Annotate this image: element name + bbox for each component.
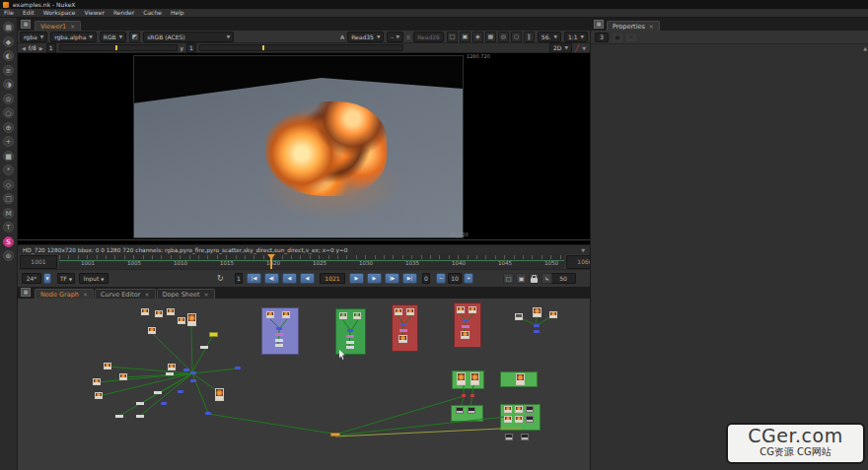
layer-dropdown[interactable]: rgba▼ xyxy=(20,32,47,42)
graph-node-readf[interactable] xyxy=(168,364,176,370)
graph-node-white[interactable] xyxy=(275,344,283,347)
channel-icon[interactable]: ≡ xyxy=(3,65,14,76)
graph-node-dark[interactable] xyxy=(526,406,534,413)
decrement-button[interactable]: − xyxy=(436,273,446,284)
tab-dope-sheet[interactable]: Dope Sheet× xyxy=(157,289,215,299)
graph-node-readf[interactable] xyxy=(215,388,224,401)
graph-node-readf[interactable] xyxy=(533,307,542,317)
lock-icon[interactable] xyxy=(529,273,540,284)
menu-workspace[interactable]: Workspace xyxy=(43,9,76,17)
panel-count-field[interactable]: 3 xyxy=(595,33,609,42)
tab-viewer1[interactable]: Viewer1 × xyxy=(35,21,81,31)
graph-node-dot[interactable] xyxy=(276,327,282,330)
graph-node-readf[interactable] xyxy=(266,311,274,318)
close-icon[interactable]: × xyxy=(649,23,654,30)
graph-node-readf[interactable] xyxy=(461,331,470,339)
graph-node-dot[interactable] xyxy=(183,369,189,371)
pane-layout-icon[interactable]: ▦ xyxy=(21,20,31,29)
tab-node-graph[interactable]: Node Graph× xyxy=(35,289,94,299)
graph-node-readg[interactable] xyxy=(339,312,347,319)
alpha-dropdown[interactable]: rgba.alpha▼ xyxy=(50,32,97,42)
post-field[interactable]: 0 xyxy=(422,273,430,284)
graph-node-readf[interactable] xyxy=(95,392,103,399)
graph-node-white[interactable] xyxy=(200,346,208,349)
gain-value-field[interactable]: 1 xyxy=(46,43,56,53)
graph-node-dot[interactable] xyxy=(190,379,196,382)
ab-blend-dropdown[interactable]: -▼ xyxy=(387,32,403,42)
fps-dropdown-icon[interactable]: ▼ xyxy=(43,273,51,284)
gamma-slider[interactable] xyxy=(199,44,403,51)
graph-node-dot[interactable] xyxy=(205,412,211,415)
close-icon[interactable]: × xyxy=(144,291,149,298)
fps-field[interactable]: 24* xyxy=(22,273,41,284)
graph-node-dot[interactable] xyxy=(235,367,241,369)
graph-node-white[interactable] xyxy=(154,391,162,394)
graph-node-readf[interactable] xyxy=(93,378,101,385)
colorspace-dropdown[interactable]: sRGB (ACES)▼ xyxy=(143,32,234,42)
particles-icon[interactable]: * xyxy=(3,165,14,175)
graph-node-dot[interactable] xyxy=(161,402,167,405)
graph-node-readf[interactable] xyxy=(504,416,512,423)
graph-node-readf[interactable] xyxy=(515,416,523,423)
other-icon[interactable]: ⊛ xyxy=(3,250,14,261)
graph-node-yellow[interactable] xyxy=(209,332,218,337)
graph-node-dark[interactable] xyxy=(521,434,529,440)
transform-icon[interactable]: + xyxy=(3,136,14,147)
graph-node-readf[interactable] xyxy=(187,313,196,326)
gain-step-back-icon[interactable]: ◀ xyxy=(22,45,26,51)
close-icon[interactable]: × xyxy=(83,291,88,298)
views-icon[interactable]: □ xyxy=(3,193,14,204)
frame-lock-icon[interactable]: ▣ xyxy=(516,273,527,284)
view-mode-dropdown[interactable]: 2D▼ xyxy=(549,42,572,53)
merge-icon[interactable]: ⊕ xyxy=(3,122,14,133)
play-fwd-button-0[interactable]: ▶ xyxy=(349,273,364,284)
keyer-icon[interactable]: ○ xyxy=(3,107,14,118)
graph-node-red-dot[interactable] xyxy=(470,394,474,397)
menu-help[interactable]: Help xyxy=(171,9,184,17)
graph-node-white[interactable] xyxy=(275,339,283,342)
graph-node-red-dot[interactable] xyxy=(462,394,466,397)
toolsets-icon[interactable]: T xyxy=(3,222,14,233)
graph-node-dark[interactable] xyxy=(468,407,475,414)
close-icon[interactable]: × xyxy=(203,291,208,298)
color-icon[interactable]: ◑ xyxy=(3,79,14,90)
wipe-icon[interactable]: ▦ xyxy=(485,32,496,42)
flipbook-icon[interactable]: ↳ xyxy=(542,273,552,284)
display-channels-dropdown[interactable]: RGB▼ xyxy=(100,32,126,42)
pixel-aspect-dropdown[interactable]: 1:1▼ xyxy=(564,32,588,42)
range-source-dropdown[interactable]: Input ▼ xyxy=(79,273,108,284)
graph-node-pink[interactable] xyxy=(275,333,283,336)
proxy-icon[interactable]: ▣ xyxy=(460,32,470,42)
graph-node-readf[interactable] xyxy=(469,306,476,313)
graph-node-orange[interactable] xyxy=(330,433,340,436)
time-icon[interactable]: ◐ xyxy=(3,50,14,61)
pane-layout-icon[interactable]: ▦ xyxy=(21,288,31,297)
timeline-ruler[interactable]: 1001100510101015102010251030103510401045… xyxy=(59,254,564,269)
graph-node-dot[interactable] xyxy=(190,371,196,374)
play-back-button-1[interactable]: ◀| xyxy=(264,273,279,284)
graph-node-dot[interactable] xyxy=(463,319,469,322)
lock-mode-dropdown[interactable]: TF ▼ xyxy=(57,273,75,284)
pause-icon[interactable]: ‖ xyxy=(524,32,535,42)
graph-node-dark[interactable] xyxy=(456,407,464,414)
pre-field[interactable]: 1 xyxy=(235,273,243,284)
graph-node-readf[interactable] xyxy=(167,308,175,315)
graph-node-readf[interactable] xyxy=(516,373,525,385)
tab-properties[interactable]: Properties × xyxy=(607,21,660,31)
graph-node-dot[interactable] xyxy=(347,329,353,332)
deep-icon[interactable]: ◇ xyxy=(3,179,14,190)
graph-node-readf[interactable] xyxy=(282,311,290,318)
3d-icon[interactable]: ■ xyxy=(3,151,14,162)
playback-rate-field[interactable]: 50 xyxy=(550,273,576,284)
loop-mode-icon[interactable]: ↻ xyxy=(217,273,231,284)
clear-all-icon[interactable]: ✕ xyxy=(626,34,636,41)
graph-node-white[interactable] xyxy=(346,341,354,344)
cliptest-icon[interactable]: ◎ xyxy=(498,32,509,42)
graph-node-readf[interactable] xyxy=(549,311,557,318)
graph-node-readf[interactable] xyxy=(178,317,185,324)
roi-pencil-icon[interactable]: ╱ xyxy=(575,44,579,52)
play-back-button-2[interactable]: ◀ xyxy=(282,273,297,284)
status-dropdown-icon[interactable]: ▼ xyxy=(581,247,585,253)
graph-node-dot[interactable] xyxy=(178,390,183,393)
roi-icon[interactable]: □ xyxy=(447,32,458,42)
